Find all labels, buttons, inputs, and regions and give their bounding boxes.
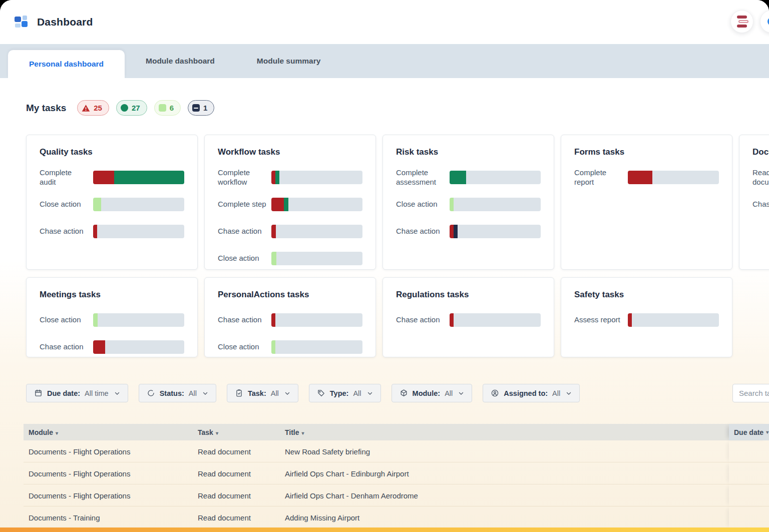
bar-segment (450, 171, 466, 184)
cell-title: New Road Safety briefing (280, 447, 729, 456)
bar-label: Read document (752, 168, 769, 187)
cell-title: Adding Missing Airport (280, 513, 729, 522)
sort-down-icon: ▾ (302, 430, 304, 436)
chevron-down-icon (458, 390, 464, 396)
filter-value: All time (85, 389, 109, 397)
bar-label: Chase action (218, 315, 271, 324)
bar-segment (93, 340, 105, 354)
task-cards-row-2: Meetings tasks Close action Chase action… (26, 277, 769, 357)
bar-segment (450, 225, 454, 238)
card-title: Quality tasks (40, 147, 184, 157)
bar-segment (450, 313, 454, 327)
filter-button-assigned-to[interactable]: Assigned to: All (483, 384, 580, 402)
card-body: Assess report (574, 310, 719, 330)
bar-label: Chase action (40, 226, 93, 236)
task-bar-row: Complete workflow (218, 167, 362, 187)
filter-button-type[interactable]: Type: All (309, 384, 381, 402)
column-header-label: Task (198, 428, 213, 436)
tab-module-summary[interactable]: Module summary (236, 44, 341, 78)
cell-due-date (729, 440, 769, 462)
task-bar-row: Chase action (40, 221, 184, 241)
search-input[interactable] (732, 384, 769, 402)
column-header-due-date[interactable]: Due date▾ (729, 424, 769, 440)
tab-module-dashboard[interactable]: Module dashboard (125, 44, 236, 78)
column-header-label: Title (285, 428, 299, 436)
column-header-title[interactable]: Title▾ (280, 428, 729, 436)
filter-label: Module: (413, 389, 441, 397)
task-bar-row: Chase action (752, 194, 769, 214)
bar-label: Complete audit (40, 168, 93, 187)
task-card-risk-tasks: Risk tasks Complete assessment Close act… (382, 135, 554, 270)
table-row[interactable]: Documents - Training Read document Addin… (24, 506, 769, 528)
top-bar: Dashboard (0, 0, 769, 44)
card-body: Close action Chase action (40, 310, 184, 357)
tasks-table: Module▾ Task▾ Title▾ Due date▾ Documents… (24, 424, 769, 528)
bar-label: Close action (40, 199, 93, 209)
bar-track (628, 171, 719, 184)
task-bar-row: Complete assessment (396, 167, 541, 187)
task-bar-row: Complete step (218, 194, 362, 214)
task-bar-row: Complete audit (40, 167, 184, 187)
app-window: Dashboard Personal dashboard Module dash… (0, 0, 769, 532)
bar-track (271, 198, 362, 211)
task-card-quality-tasks: Quality tasks Complete audit Close actio… (26, 135, 198, 270)
bar-segment (271, 340, 275, 354)
badge-on-hold[interactable]: 1 (188, 100, 214, 116)
column-header-module[interactable]: Module▾ (24, 428, 193, 436)
column-header-label: Module (29, 428, 53, 436)
badge-overdue[interactable]: 25 (77, 100, 109, 116)
task-bar-row: Chase action (218, 310, 362, 330)
table-header-row: Module▾ Task▾ Title▾ Due date▾ (24, 424, 769, 440)
alert-triangle-icon (82, 104, 90, 112)
filter-button-due-date[interactable]: Due date: All time (26, 384, 128, 402)
filter-button-module[interactable]: Module: All (392, 384, 473, 402)
cell-module: Documents - Flight Operations (24, 491, 193, 500)
bar-track (93, 225, 184, 238)
bar-segment (93, 313, 98, 327)
dashboard-tabs: Personal dashboard Module dashboard Modu… (0, 44, 769, 78)
table-row[interactable]: Documents - Flight Operations Read docum… (24, 440, 769, 462)
badge-count: 1 (203, 104, 207, 112)
filter-button-status[interactable]: Status: All (139, 384, 216, 402)
bar-segment (271, 313, 275, 327)
table-row[interactable]: Documents - Flight Operations Read docum… (24, 462, 769, 484)
bar-track (93, 198, 184, 211)
card-body: Chase action (396, 310, 541, 330)
profile-button[interactable] (760, 10, 769, 33)
cell-module: Documents - Flight Operations (24, 469, 193, 478)
badge-upcoming[interactable]: 6 (154, 100, 181, 116)
user-circle-icon (491, 389, 499, 397)
page-title: Dashboard (37, 16, 93, 28)
cell-due-date (729, 506, 769, 528)
bar-track (271, 171, 362, 184)
bar-label: Complete workflow (218, 168, 271, 187)
task-card-documents-tasks: Documents tasks Read document Chase acti… (739, 135, 769, 270)
chevron-down-icon (284, 390, 290, 396)
column-header-task[interactable]: Task▾ (193, 428, 280, 436)
table-row[interactable]: Documents - Flight Operations Read docum… (24, 484, 769, 506)
bar-segment (93, 171, 114, 184)
task-card-safety-tasks: Safety tasks Assess report (561, 277, 732, 357)
brand-menu-button[interactable] (730, 10, 753, 33)
card-title: Workflow tasks (218, 147, 362, 157)
tab-personal-dashboard[interactable]: Personal dashboard (8, 50, 125, 78)
bar-segment (454, 225, 458, 238)
card-body: Read document Chase action (752, 167, 769, 214)
card-title: Safety tasks (574, 290, 719, 300)
bar-track (450, 313, 541, 327)
bar-track (450, 171, 541, 184)
task-bar-row: Close action (218, 337, 362, 357)
chevron-down-icon (202, 390, 208, 396)
badge-due[interactable]: 27 (116, 100, 147, 116)
filter-button-task[interactable]: Task: All (227, 384, 298, 402)
sort-down-icon: ▾ (216, 430, 218, 436)
card-title: Regulations tasks (396, 290, 541, 300)
cell-due-date (729, 462, 769, 484)
rounded-square-icon (159, 104, 166, 112)
filter-label: Task: (248, 389, 266, 397)
bar-label: Complete assessment (396, 168, 450, 187)
task-card-meetings-tasks: Meetings tasks Close action Chase action (26, 277, 198, 357)
card-title: Risk tasks (396, 147, 541, 157)
task-bar-row: Chase action (218, 221, 362, 241)
task-bar-row: Close action (218, 248, 362, 268)
